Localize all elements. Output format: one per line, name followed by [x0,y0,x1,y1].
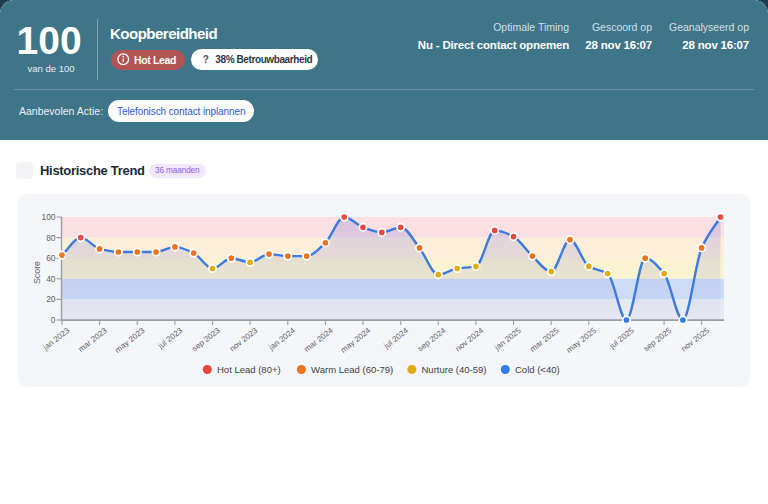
svg-text:Cold (<40): Cold (<40) [515,364,560,375]
svg-text:20: 20 [46,294,56,304]
svg-text:40: 40 [46,274,56,284]
svg-text:0: 0 [51,315,56,325]
svg-text:Warm Lead (60-79): Warm Lead (60-79) [311,364,393,375]
svg-text:80: 80 [46,233,56,243]
svg-text:60: 60 [46,253,56,263]
svg-text:Score: Score [32,261,42,284]
svg-text:Hot Lead (80+): Hot Lead (80+) [217,364,281,375]
svg-text:Nurture (40-59): Nurture (40-59) [422,364,487,375]
svg-text:100: 100 [42,212,56,222]
